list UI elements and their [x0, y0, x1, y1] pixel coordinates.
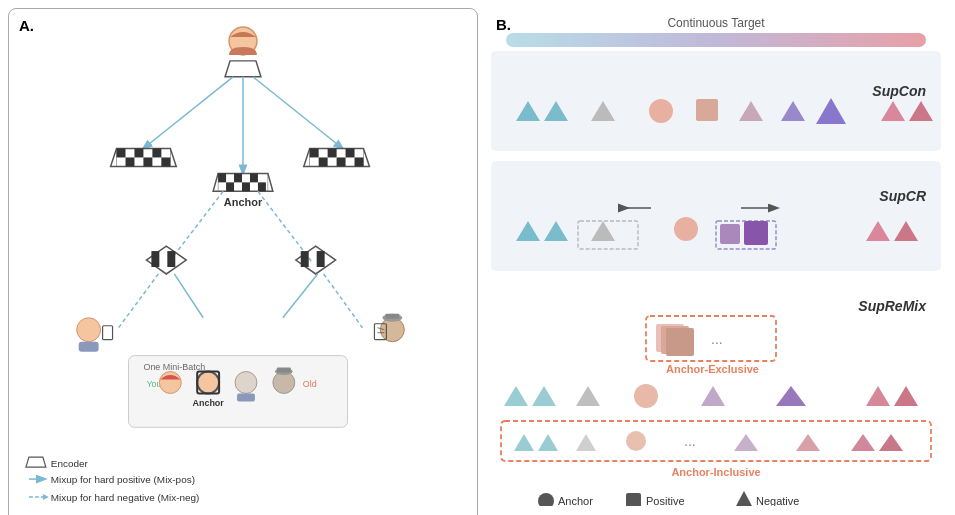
svg-text:Mixup for hard negative (Mix-n: Mixup for hard negative (Mix-neg)	[51, 492, 200, 503]
svg-text:Positive: Positive	[646, 495, 685, 506]
svg-marker-68	[26, 457, 46, 467]
svg-rect-28	[258, 182, 266, 191]
svg-marker-124	[851, 434, 875, 451]
svg-text:SupCon: SupCon	[872, 83, 926, 99]
svg-marker-122	[734, 434, 758, 451]
gradient-label: Continuous Target	[506, 16, 926, 30]
gradient-bar	[506, 33, 926, 47]
svg-marker-113	[776, 386, 806, 406]
svg-rect-25	[250, 173, 258, 182]
svg-text:Anchor: Anchor	[224, 196, 263, 208]
svg-rect-97	[720, 224, 740, 244]
svg-point-81	[649, 99, 673, 123]
svg-line-44	[283, 274, 318, 318]
svg-marker-112	[701, 386, 725, 406]
svg-rect-39	[317, 251, 325, 259]
svg-rect-82	[696, 99, 718, 121]
svg-rect-40	[301, 259, 309, 267]
svg-text:One Mini-Batch: One Mini-Batch	[143, 362, 205, 372]
svg-text:...: ...	[684, 433, 696, 449]
svg-rect-12	[161, 157, 170, 166]
svg-point-46	[77, 318, 101, 342]
svg-line-2	[143, 77, 233, 149]
svg-rect-51	[385, 314, 399, 319]
svg-point-111	[634, 384, 658, 408]
svg-text:Anchor-Inclusive: Anchor-Inclusive	[671, 466, 760, 478]
svg-rect-38	[301, 251, 309, 259]
panel-b-diagram: SupCon SupCR	[486, 46, 946, 506]
svg-text:Mixup for hard positive (Mix-p: Mixup for hard positive (Mix-pos)	[51, 474, 195, 485]
svg-text:Anchor: Anchor	[192, 398, 224, 408]
svg-rect-8	[134, 149, 143, 158]
svg-rect-17	[346, 149, 355, 158]
svg-point-95	[674, 217, 698, 241]
svg-rect-23	[218, 173, 226, 182]
svg-marker-118	[538, 434, 558, 451]
svg-text:Old: Old	[303, 379, 317, 389]
svg-rect-105	[666, 328, 694, 356]
svg-line-45	[324, 274, 363, 328]
svg-marker-119	[576, 434, 596, 451]
svg-rect-26	[226, 182, 234, 191]
svg-point-120	[626, 431, 646, 451]
svg-rect-24	[234, 173, 242, 182]
svg-rect-35	[151, 259, 159, 267]
svg-rect-27	[242, 182, 250, 191]
svg-rect-36	[167, 259, 175, 267]
svg-point-62	[235, 372, 257, 394]
svg-text:Encoder: Encoder	[51, 458, 89, 469]
svg-rect-20	[355, 157, 364, 166]
svg-marker-114	[866, 386, 890, 406]
svg-rect-47	[79, 342, 99, 352]
svg-marker-117	[514, 434, 534, 451]
svg-marker-125	[879, 434, 903, 451]
svg-rect-33	[151, 251, 159, 259]
svg-marker-108	[504, 386, 528, 406]
svg-text:SupCR: SupCR	[879, 188, 927, 204]
svg-text:Negative: Negative	[756, 495, 799, 506]
svg-rect-16	[328, 149, 337, 158]
svg-rect-66	[277, 368, 291, 373]
svg-line-42	[119, 274, 159, 328]
svg-line-3	[253, 77, 343, 149]
svg-marker-131	[736, 491, 752, 506]
svg-line-43	[174, 274, 203, 318]
svg-rect-19	[337, 157, 346, 166]
svg-marker-115	[894, 386, 918, 406]
svg-rect-18	[319, 157, 328, 166]
svg-marker-109	[532, 386, 556, 406]
svg-rect-9	[152, 149, 161, 158]
svg-point-60	[197, 372, 219, 394]
svg-rect-63	[237, 393, 255, 401]
svg-marker-1	[225, 61, 261, 77]
svg-rect-48	[103, 326, 113, 340]
svg-text:Anchor: Anchor	[558, 495, 593, 506]
svg-rect-129	[626, 493, 641, 506]
svg-rect-76	[491, 161, 941, 271]
svg-marker-110	[576, 386, 600, 406]
svg-rect-15	[310, 149, 319, 158]
svg-rect-98	[744, 221, 768, 245]
svg-text:SupReMix: SupReMix	[858, 298, 927, 314]
svg-rect-10	[126, 157, 135, 166]
svg-line-30	[168, 191, 223, 263]
svg-rect-11	[143, 157, 152, 166]
svg-rect-7	[117, 149, 126, 158]
svg-text:...: ...	[711, 331, 723, 347]
svg-marker-73	[43, 494, 49, 500]
panel-a: A.	[8, 8, 478, 515]
svg-rect-34	[167, 251, 175, 259]
svg-marker-123	[796, 434, 820, 451]
svg-text:Anchor-Exclusive: Anchor-Exclusive	[666, 363, 759, 375]
svg-point-59	[159, 372, 181, 394]
panel-a-diagram: Anchor	[9, 9, 477, 515]
svg-rect-41	[317, 259, 325, 267]
svg-point-127	[538, 493, 554, 506]
panel-b: B. Continuous Target SupCon	[486, 8, 946, 515]
